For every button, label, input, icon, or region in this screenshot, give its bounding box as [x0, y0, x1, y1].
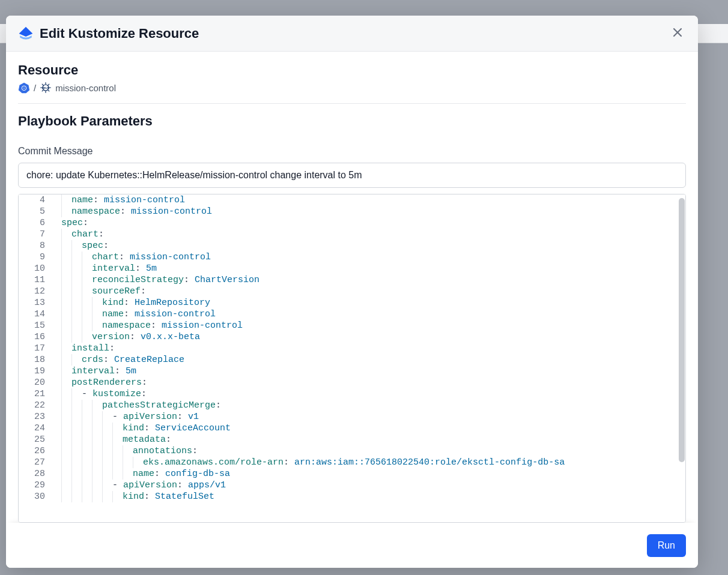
run-button[interactable]: Run: [647, 534, 686, 557]
indent-guides: [51, 377, 71, 388]
indent-guides: [51, 411, 112, 423]
playbook-params-title: Playbook Parameters: [18, 113, 686, 129]
code-content: spec:: [82, 240, 109, 251]
code-line[interactable]: 26annotations:: [19, 445, 685, 457]
code-line[interactable]: 25metadata:: [19, 434, 685, 445]
yaml-editor[interactable]: 4name: mission-control5namespace: missio…: [18, 194, 686, 523]
indent-guides: [51, 366, 71, 377]
indent-guides: [51, 434, 123, 445]
helm-icon: HELM: [40, 82, 52, 94]
line-number: 13: [19, 297, 51, 309]
code-line[interactable]: 7chart:: [19, 229, 685, 240]
line-number: 15: [19, 320, 51, 331]
resource-breadcrumb: / HELM mission-: [18, 82, 686, 94]
code-line[interactable]: 21- kustomize:: [19, 388, 685, 400]
indent-guides: [51, 400, 102, 411]
code-line[interactable]: 17install:: [19, 343, 685, 354]
resource-name: mission-control: [55, 83, 116, 93]
indent-guides: [51, 229, 71, 240]
code-line[interactable]: 20postRenderers:: [19, 377, 685, 388]
code-line[interactable]: 5namespace: mission-control: [19, 206, 685, 217]
code-line[interactable]: 30kind: StatefulSet: [19, 491, 685, 502]
indent-guides: [51, 480, 112, 491]
line-number: 22: [19, 400, 51, 411]
modal-title-wrap: Edit Kustomize Resource: [18, 26, 199, 41]
code-content: annotations:: [133, 445, 198, 457]
indent-guides: [51, 343, 71, 354]
code-content: spec:: [61, 217, 88, 229]
code-line[interactable]: 23- apiVersion: v1: [19, 411, 685, 423]
code-content: kind: ServiceAccount: [123, 423, 231, 434]
modal-body: Resource /: [6, 52, 698, 523]
line-number: 5: [19, 206, 51, 217]
indent-guides: [51, 297, 102, 309]
indent-guides: [51, 309, 102, 320]
line-number: 14: [19, 309, 51, 320]
code-line[interactable]: 14name: mission-control: [19, 309, 685, 320]
code-line[interactable]: 22patchesStrategicMerge:: [19, 400, 685, 411]
indent-guides: [51, 251, 92, 263]
close-icon: [672, 26, 684, 40]
code-content: version: v0.x.x-beta: [92, 331, 200, 343]
modal-footer: Run: [6, 523, 698, 568]
code-line[interactable]: 13kind: HelmRepository: [19, 297, 685, 309]
indent-guides: [51, 457, 143, 468]
code-line[interactable]: 19interval: 5m: [19, 366, 685, 377]
code-line[interactable]: 15namespace: mission-control: [19, 320, 685, 331]
line-number: 7: [19, 229, 51, 240]
code-line[interactable]: 16version: v0.x.x-beta: [19, 331, 685, 343]
code-line[interactable]: 9chart: mission-control: [19, 251, 685, 263]
line-number: 23: [19, 411, 51, 423]
line-number: 18: [19, 354, 51, 366]
indent-guides: [51, 274, 92, 286]
indent-guides: [51, 320, 102, 331]
indent-guides: [51, 286, 92, 297]
code-content: name: config-db-sa: [133, 468, 230, 480]
indent-guides: [51, 240, 82, 251]
editor-scroll[interactable]: 4name: mission-control5namespace: missio…: [19, 194, 685, 522]
commit-message-input[interactable]: [18, 163, 686, 188]
code-content: chart:: [71, 229, 104, 240]
indent-guides: [51, 206, 71, 217]
line-number: 8: [19, 240, 51, 251]
line-number: 24: [19, 423, 51, 434]
code-line[interactable]: 18crds: CreateReplace: [19, 354, 685, 366]
code-content: kind: StatefulSet: [123, 491, 214, 502]
line-number: 21: [19, 388, 51, 400]
close-button[interactable]: [669, 24, 686, 43]
line-number: 29: [19, 480, 51, 491]
code-line[interactable]: 28name: config-db-sa: [19, 468, 685, 480]
edit-kustomize-modal: Edit Kustomize Resource Resource /: [6, 16, 698, 568]
line-number: 27: [19, 457, 51, 468]
code-content: crds: CreateReplace: [82, 354, 184, 366]
code-content: namespace: mission-control: [71, 206, 212, 217]
code-content: metadata:: [123, 434, 171, 445]
divider: [18, 103, 686, 104]
line-number: 16: [19, 331, 51, 343]
code-line[interactable]: 24kind: ServiceAccount: [19, 423, 685, 434]
svg-point-5: [23, 88, 25, 89]
kustomize-icon: [18, 26, 34, 41]
code-line[interactable]: 29- apiVersion: apps/v1: [19, 480, 685, 491]
code-content: interval: 5m: [71, 366, 136, 377]
indent-guides: [51, 388, 82, 400]
code-content: name: mission-control: [71, 194, 185, 206]
indent-guides: [51, 194, 71, 206]
line-number: 26: [19, 445, 51, 457]
code-content: - kustomize:: [82, 388, 147, 400]
code-content: chart: mission-control: [92, 251, 211, 263]
line-number: 9: [19, 251, 51, 263]
line-number: 6: [19, 217, 51, 229]
code-line[interactable]: 6spec:: [19, 217, 685, 229]
code-line[interactable]: 4name: mission-control: [19, 194, 685, 206]
modal-header: Edit Kustomize Resource: [6, 16, 698, 52]
commit-message-label: Commit Message: [18, 146, 686, 157]
code-line[interactable]: 11reconcileStrategy: ChartVersion: [19, 274, 685, 286]
code-content: interval: 5m: [92, 263, 157, 274]
code-line[interactable]: 12sourceRef:: [19, 286, 685, 297]
code-line[interactable]: 10interval: 5m: [19, 263, 685, 274]
line-number: 10: [19, 263, 51, 274]
indent-guides: [51, 331, 92, 343]
code-line[interactable]: 27eks.amazonaws.com/role-arn: arn:aws:ia…: [19, 457, 685, 468]
code-line[interactable]: 8spec:: [19, 240, 685, 251]
